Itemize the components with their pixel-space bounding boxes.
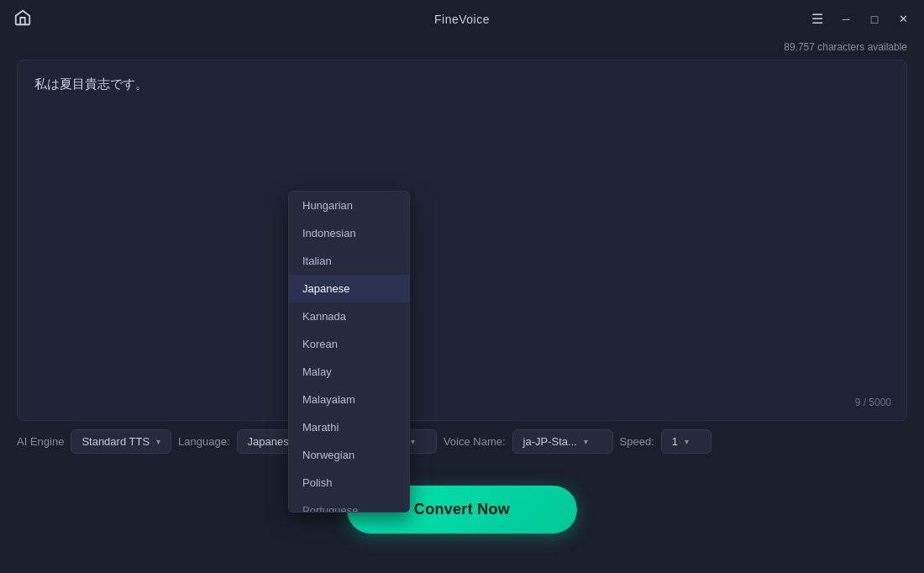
maximize-button[interactable]: [867, 12, 882, 27]
ai-engine-group: AI Engine Standard TTS ▾: [17, 429, 171, 454]
app-title: FineVoice: [434, 13, 490, 26]
main-content: 私は夏目貴志です。 9 / 5000 Hungarian Indonesian …: [17, 60, 907, 421]
dropdown-item-malayalam[interactable]: Malayalam: [289, 386, 409, 413]
toolbar: AI Engine Standard TTS ▾ Language: Japan…: [0, 421, 924, 462]
dropdown-item-indonesian[interactable]: Indonesian: [289, 219, 409, 247]
dropdown-item-japanese[interactable]: Japanese: [289, 275, 409, 302]
window-controls: [810, 12, 911, 27]
minimize-button[interactable]: [838, 12, 853, 27]
char-count: 9 / 5000: [855, 397, 891, 408]
home-button[interactable]: [13, 8, 32, 30]
language-dropdown[interactable]: Hungarian Indonesian Italian Japanese Ka…: [288, 191, 410, 513]
speed-label: Speed:: [620, 435, 654, 448]
text-content: 私は夏目貴志です。: [34, 74, 890, 94]
speed-group: Speed: 1 ▾: [620, 429, 711, 454]
speed-value: 1: [672, 435, 678, 448]
title-bar-left: [13, 8, 32, 30]
text-area-container[interactable]: 私は夏目貴志です。 9 / 5000 Hungarian Indonesian …: [17, 60, 907, 421]
language-label: Language:: [178, 435, 229, 448]
dropdown-item-italian[interactable]: Italian: [289, 247, 409, 275]
dropdown-item-kannada[interactable]: Kannada: [289, 302, 409, 330]
close-button[interactable]: [895, 12, 911, 27]
dropdown-item-marathi[interactable]: Marathi: [289, 413, 409, 441]
ai-engine-select[interactable]: Standard TTS ▾: [71, 429, 171, 454]
voice-name-chevron: ▾: [584, 437, 588, 446]
ai-engine-chevron: ▾: [156, 437, 160, 446]
ai-engine-value: Standard TTS: [81, 435, 150, 448]
dropdown-item-hungarian[interactable]: Hungarian: [289, 192, 409, 219]
voice-name-label: Voice Name:: [444, 435, 506, 448]
voice-name-select[interactable]: ja-JP-Sta... ▾: [512, 429, 613, 454]
gender-chevron: ▾: [411, 437, 415, 446]
convert-section: Convert Now: [0, 469, 924, 550]
ai-engine-label: AI Engine: [17, 435, 64, 448]
hamburger-icon[interactable]: [810, 12, 825, 27]
dropdown-item-norwegian[interactable]: Norwegian: [289, 441, 409, 469]
speed-select[interactable]: 1 ▾: [661, 429, 711, 454]
title-bar: FineVoice: [0, 0, 924, 38]
dropdown-item-malay[interactable]: Malay: [289, 358, 409, 386]
speed-chevron: ▾: [685, 437, 689, 446]
dropdown-item-polish[interactable]: Polish: [289, 469, 409, 497]
voice-name-group: Voice Name: ja-JP-Sta... ▾: [444, 429, 613, 454]
chars-available: 89,757 characters available: [0, 38, 924, 60]
voice-name-value: ja-JP-Sta...: [523, 435, 577, 448]
dropdown-item-portuguese[interactable]: Portuguese: [289, 497, 409, 512]
dropdown-item-korean[interactable]: Korean: [289, 330, 409, 358]
